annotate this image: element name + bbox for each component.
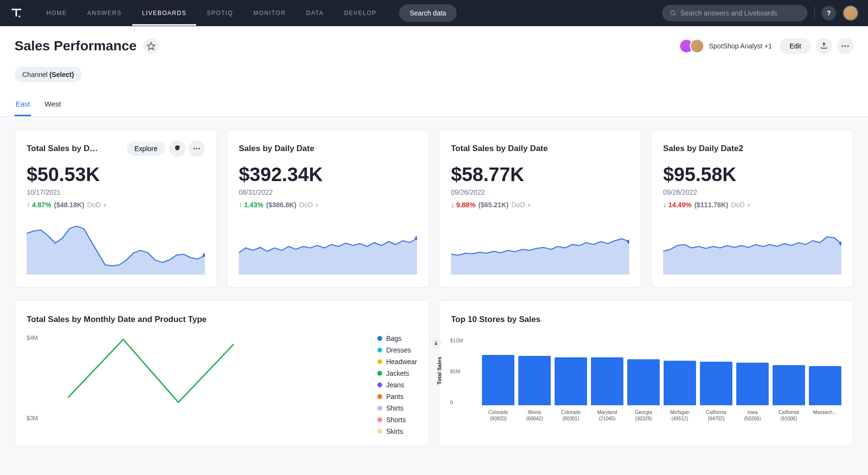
kpi-period: DoD	[731, 201, 744, 209]
chevron-right-icon[interactable]: ›	[747, 201, 750, 209]
bar[interactable]	[700, 362, 732, 405]
help-button[interactable]: ?	[822, 6, 836, 20]
legend-item[interactable]: Pants	[377, 393, 417, 400]
legend-label: Skirts	[386, 428, 403, 435]
share-button[interactable]	[816, 38, 832, 54]
card-title: Total Sales by D…	[27, 144, 123, 153]
kpi-value: $95.58K	[663, 164, 841, 185]
bar[interactable]	[664, 361, 696, 405]
legend-dot	[377, 383, 382, 387]
content: Total Sales by D… Explore $50.53K 10/17/…	[0, 117, 868, 459]
legend-item[interactable]: Bags	[377, 335, 417, 342]
legend-label: Dresses	[386, 346, 411, 354]
bar[interactable]	[518, 356, 551, 405]
kpi-prev-value: ($111.78K)	[694, 201, 728, 209]
kpi-value: $58.77K	[451, 164, 629, 185]
legend-label: Bags	[386, 335, 402, 342]
arrow-down-icon	[433, 340, 439, 346]
legend-label: Shirts	[386, 404, 403, 412]
filter-value: (Select)	[49, 71, 74, 78]
legend-dot	[377, 406, 382, 411]
kpi-change: ↓ 9.88% ($65.21K) DoD ›	[451, 201, 629, 209]
chevron-right-icon[interactable]: ›	[104, 201, 106, 209]
bar[interactable]	[627, 359, 660, 405]
legend: BagsDressesHeadwearJacketsJeansPantsShir…	[377, 335, 417, 435]
kpi-change: ↓ 14.49% ($111.78K) DoD ›	[663, 201, 841, 209]
legend-label: Headwear	[386, 358, 417, 366]
bar[interactable]	[555, 357, 587, 405]
page-title: Sales Performance	[15, 38, 137, 54]
kpi-date: 08/31/2022	[239, 188, 417, 196]
bar-label: Georgia(30329)	[627, 409, 660, 422]
legend-item[interactable]: Jeans	[377, 381, 417, 389]
global-search-input[interactable]	[681, 9, 800, 17]
bar[interactable]	[773, 365, 805, 405]
search-data-button[interactable]: Search data	[399, 4, 457, 22]
svg-point-10	[193, 148, 195, 150]
chevron-right-icon[interactable]: ›	[316, 201, 318, 209]
card-monthly-product: Total Sales by Monthly Date and Product …	[15, 300, 429, 446]
svg-line-4	[674, 14, 676, 15]
logo[interactable]	[10, 6, 23, 20]
bar[interactable]	[736, 363, 769, 405]
bar-label: Maryland(21045)	[591, 409, 623, 422]
svg-point-2	[18, 15, 20, 17]
kpi-date: 10/17/2021	[27, 188, 205, 196]
page-header: Sales Performance SpotShop Analyst +1 Ed…	[0, 26, 868, 117]
nav-item-data[interactable]: DATA	[296, 0, 333, 26]
lightbulb-icon	[173, 145, 181, 153]
more-button[interactable]	[188, 140, 205, 157]
bar-chart[interactable]	[482, 337, 841, 405]
legend-item[interactable]: Skirts	[377, 428, 417, 435]
share-icon	[820, 42, 828, 50]
svg-point-8	[847, 45, 849, 46]
kpi-card: Total Sales by D… Explore $50.53K 10/17/…	[15, 129, 217, 288]
kpi-prev-value: ($386.8K)	[266, 201, 296, 209]
nav-item-spotiq[interactable]: SPOTIQ	[197, 0, 243, 26]
kpi-prev-value: ($65.21K)	[479, 201, 509, 209]
edit-button[interactable]: Edit	[780, 38, 811, 54]
more-button[interactable]	[837, 38, 853, 54]
legend-item[interactable]: Shorts	[377, 416, 417, 424]
chevron-right-icon[interactable]: ›	[528, 201, 530, 209]
dots-icon	[193, 148, 200, 150]
tab-west[interactable]: West	[44, 95, 62, 116]
sort-descending-button[interactable]	[431, 337, 441, 348]
explore-button[interactable]: Explore	[127, 141, 165, 156]
legend-item[interactable]: Headwear	[377, 358, 417, 366]
legend-item[interactable]: Dresses	[377, 346, 417, 354]
user-avatar[interactable]	[843, 5, 858, 21]
bar-label: Colorado(80920)	[482, 409, 514, 422]
search-icon	[670, 10, 677, 17]
line-chart[interactable]	[52, 335, 368, 422]
y-axis: $10M $5M 0	[450, 337, 464, 405]
bar[interactable]	[591, 357, 623, 405]
svg-point-11	[196, 148, 198, 150]
shared-with-avatars[interactable]	[683, 39, 704, 53]
global-search[interactable]	[662, 5, 807, 21]
legend-label: Shorts	[386, 416, 405, 424]
nav-item-home[interactable]: HOME	[37, 0, 77, 26]
bar-label: California(94702)	[700, 409, 732, 422]
kpi-period: DoD	[299, 201, 313, 209]
tabs: EastWest	[15, 95, 853, 116]
spotiq-button[interactable]	[169, 140, 186, 157]
favorite-button[interactable]	[143, 38, 159, 54]
bar[interactable]	[809, 366, 841, 405]
arrow-down-icon: ↓ 14.49%	[663, 201, 691, 209]
filter-chip-channel[interactable]: Channel (Select)	[15, 67, 82, 82]
legend-dot	[377, 429, 382, 434]
legend-item[interactable]: Shirts	[377, 404, 417, 412]
tab-east[interactable]: East	[15, 95, 31, 116]
legend-item[interactable]: Jackets	[377, 369, 417, 377]
nav-item-liveboards[interactable]: LIVEBOARDS	[132, 0, 196, 26]
nav-item-monitor[interactable]: MONITOR	[244, 0, 295, 26]
nav-items: HOMEANSWERSLIVEBOARDSSPOTIQMONITORDATADE…	[37, 0, 387, 26]
bar-label: Iowa(50266)	[736, 409, 769, 422]
bar-label: California(91006)	[773, 409, 805, 422]
nav-item-develop[interactable]: DEVELOP	[334, 0, 386, 26]
nav-item-answers[interactable]: ANSWERS	[78, 0, 131, 26]
svg-point-3	[671, 11, 675, 15]
shared-with-label: SpotShop Analyst +1	[709, 42, 772, 50]
bar[interactable]	[482, 355, 514, 405]
